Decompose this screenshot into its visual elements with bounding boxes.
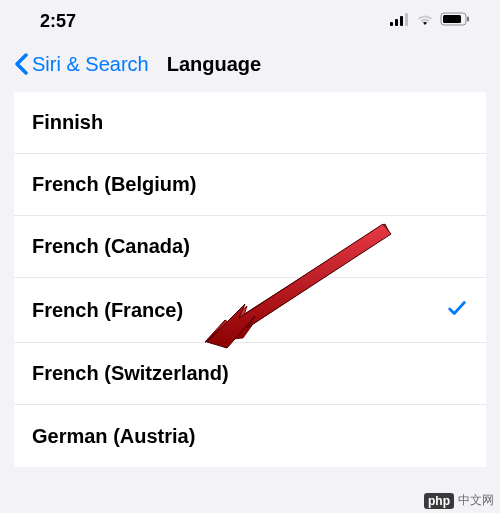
language-row[interactable]: French (Canada) [14, 216, 486, 278]
language-row[interactable]: French (Switzerland) [14, 343, 486, 405]
svg-rect-0 [390, 22, 393, 26]
language-row[interactable]: French (Belgium) [14, 154, 486, 216]
language-label: German (Austria) [32, 425, 195, 448]
status-bar: 2:57 [0, 0, 500, 40]
svg-rect-2 [400, 16, 403, 26]
watermark: php 中文网 [424, 492, 494, 509]
page-title: Language [167, 53, 261, 76]
language-label: Finnish [32, 111, 103, 134]
cellular-icon [390, 12, 410, 30]
wifi-icon [416, 12, 434, 30]
language-list: FinnishFrench (Belgium)French (Canada)Fr… [0, 92, 500, 467]
status-time: 2:57 [40, 11, 76, 32]
language-label: French (Switzerland) [32, 362, 229, 385]
battery-icon [440, 12, 470, 30]
svg-rect-5 [467, 17, 469, 22]
svg-rect-1 [395, 19, 398, 26]
svg-rect-6 [443, 15, 461, 23]
language-label: French (Canada) [32, 235, 190, 258]
language-row[interactable]: Finnish [14, 92, 486, 154]
language-label: French (Belgium) [32, 173, 196, 196]
language-row[interactable]: French (France) [14, 278, 486, 343]
language-label: French (France) [32, 299, 183, 322]
watermark-text: 中文网 [458, 492, 494, 509]
back-button[interactable]: Siri & Search [14, 53, 149, 76]
list-card: FinnishFrench (Belgium)French (Canada)Fr… [14, 92, 486, 467]
checkmark-icon [446, 297, 468, 323]
chevron-left-icon [14, 53, 28, 75]
language-row[interactable]: German (Austria) [14, 405, 486, 467]
back-label: Siri & Search [32, 53, 149, 76]
status-icons [390, 12, 470, 30]
nav-bar: Siri & Search Language [0, 40, 500, 92]
svg-rect-3 [405, 13, 408, 26]
watermark-logo: php [424, 493, 454, 509]
